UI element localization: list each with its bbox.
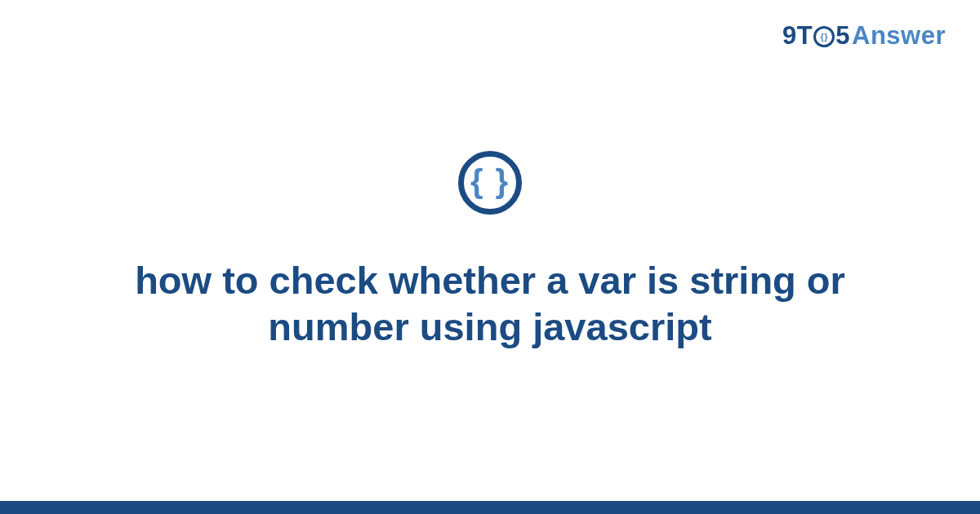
category-badge: { }	[458, 151, 522, 215]
footer-accent-bar	[0, 501, 980, 514]
hero-section: { } how to check whether a var is string…	[0, 0, 980, 501]
question-title: how to check whether a var is string or …	[98, 257, 882, 351]
braces-icon: { }	[470, 165, 510, 197]
